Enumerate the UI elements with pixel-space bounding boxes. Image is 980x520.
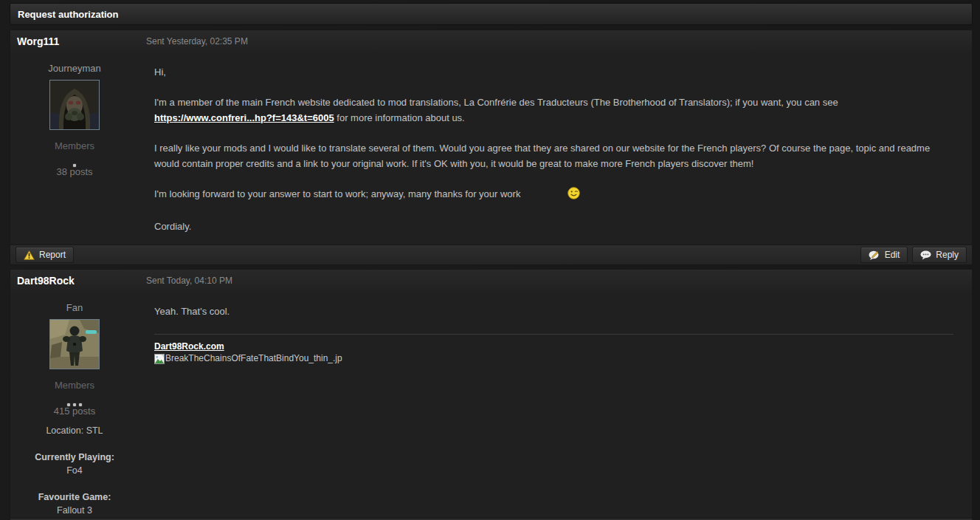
post-2-favourite-game-label: Favourite Game:: [10, 492, 139, 502]
post-2-favourite-game-value: Fallout 3: [10, 505, 139, 516]
post-1-post-count: 38 posts: [10, 166, 139, 177]
post-2-user-title: Fan: [10, 302, 139, 313]
reply-button-label: Reply: [936, 250, 959, 260]
post-1: Worg111 Sent Yesterday, 02:35 PM Journey…: [10, 30, 973, 265]
post-2-currently-playing-label: Currently Playing:: [10, 452, 139, 462]
wink-smiley-icon: [567, 187, 580, 204]
post-1-paragraph-1: I'm a member of the main French website …: [154, 95, 953, 126]
topic-title-bar: Request authorization: [10, 3, 973, 25]
post-1-paragraph-3: I'm looking forward to your answer to st…: [154, 186, 953, 204]
signature-divider: [154, 334, 953, 335]
page-title: Request authorization: [18, 9, 119, 20]
post-1-p3-text: I'm looking forward to your answer to st…: [154, 188, 520, 199]
post-1-closing: Cordialy.: [154, 219, 953, 234]
post-2-location: Location: STL: [10, 425, 139, 436]
armored-character-avatar-image: [50, 320, 99, 369]
post-1-header: Worg111 Sent Yesterday, 02:35 PM: [10, 30, 972, 52]
reply-bubble-icon: [920, 250, 931, 260]
post-1-paragraph-2: I really like your mods and I would like…: [154, 140, 953, 171]
post-2-currently-playing-value: Fo4: [10, 465, 139, 476]
signature-website-link[interactable]: Dart98Rock.com: [154, 341, 224, 352]
edit-button-label: Edit: [885, 250, 900, 260]
forum-page: Request authorization Worg111 Sent Yeste…: [0, 0, 980, 520]
warning-triangle-icon: [24, 250, 35, 260]
post-1-greeting: Hi,: [154, 64, 953, 80]
edit-button[interactable]: Edit: [860, 247, 908, 263]
report-button-label: Report: [39, 250, 66, 260]
broken-image-alt-text: BreakTheChainsOfFateThatBindYou_thin_.jp: [165, 353, 342, 364]
post-2-avatar[interactable]: [49, 319, 100, 369]
post-1-user-title: Journeyman: [10, 63, 139, 74]
post-2-author-link[interactable]: Dart98Rock: [17, 275, 146, 287]
broken-image-icon: [154, 354, 165, 364]
post-1-user-group: Members: [10, 140, 139, 151]
reply-button[interactable]: Reply: [912, 247, 967, 263]
post-1-content: Hi, I'm a member of the main French webs…: [139, 52, 972, 244]
post-2-rank-pips: [10, 396, 139, 400]
post-2-paragraph-1: Yeah. That's cool.: [154, 304, 953, 319]
report-button[interactable]: Report: [15, 247, 74, 263]
post-2-content: Yeah. That's cool. Dart98Rock.com BreakT…: [139, 292, 972, 518]
post-1-rank-pips: [10, 157, 139, 161]
post-2-user-panel: Fan: [10, 292, 139, 518]
post-2-signature: Dart98Rock.com BreakTheChainsOfFateThatB…: [154, 341, 953, 364]
post-1-author-link[interactable]: Worg111: [17, 35, 146, 47]
gasmask-avatar-image: [50, 81, 99, 129]
post-1-action-bar: Report Edit Reply: [10, 244, 972, 264]
post-1-avatar[interactable]: [49, 80, 100, 130]
post-2-header: Dart98Rock Sent Today, 04:10 PM: [10, 270, 972, 292]
post-2-user-group: Members: [10, 380, 139, 391]
post-2-post-count: 415 posts: [10, 406, 139, 417]
post-2-sent-date: Sent Today, 04:10 PM: [146, 276, 232, 286]
confrerie-link[interactable]: https://www.confreri...hp?f=143&t=6005: [154, 112, 334, 123]
post-2: Dart98Rock Sent Today, 04:10 PM Fan: [10, 269, 973, 520]
post-1-p1-text-after: for more information about us.: [334, 112, 465, 123]
post-1-p1-text: I'm a member of the main French website …: [154, 97, 838, 108]
edit-pencil-icon: [869, 250, 880, 260]
post-1-sent-date: Sent Yesterday, 02:35 PM: [146, 36, 248, 47]
post-1-user-panel: Journeyman: [10, 52, 139, 244]
